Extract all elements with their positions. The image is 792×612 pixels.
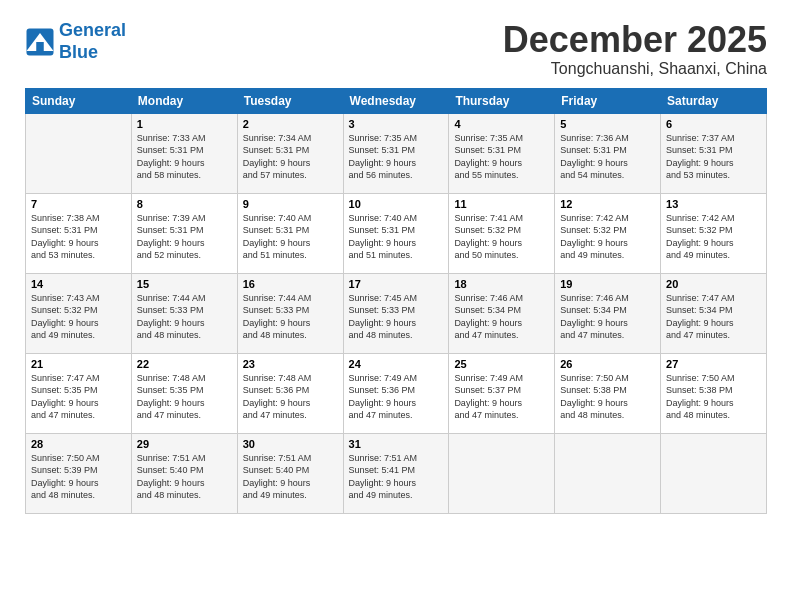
day-number: 20 [666, 278, 761, 290]
logo-text: General Blue [59, 20, 126, 63]
calendar-cell: 12Sunrise: 7:42 AM Sunset: 5:32 PM Dayli… [555, 193, 661, 273]
calendar-cell: 6Sunrise: 7:37 AM Sunset: 5:31 PM Daylig… [661, 113, 767, 193]
day-info: Sunrise: 7:47 AM Sunset: 5:34 PM Dayligh… [666, 292, 761, 342]
day-info: Sunrise: 7:51 AM Sunset: 5:40 PM Dayligh… [137, 452, 232, 502]
day-number: 5 [560, 118, 655, 130]
header: General Blue December 2025 Tongchuanshi,… [25, 20, 767, 78]
day-number: 11 [454, 198, 549, 210]
calendar-cell: 16Sunrise: 7:44 AM Sunset: 5:33 PM Dayli… [237, 273, 343, 353]
day-info: Sunrise: 7:35 AM Sunset: 5:31 PM Dayligh… [454, 132, 549, 182]
weekday-header-wednesday: Wednesday [343, 88, 449, 113]
day-number: 18 [454, 278, 549, 290]
calendar-cell: 20Sunrise: 7:47 AM Sunset: 5:34 PM Dayli… [661, 273, 767, 353]
day-number: 8 [137, 198, 232, 210]
calendar-cell: 21Sunrise: 7:47 AM Sunset: 5:35 PM Dayli… [26, 353, 132, 433]
day-number: 15 [137, 278, 232, 290]
page: General Blue December 2025 Tongchuanshi,… [0, 0, 792, 612]
location: Tongchuanshi, Shaanxi, China [503, 60, 767, 78]
calendar-cell: 11Sunrise: 7:41 AM Sunset: 5:32 PM Dayli… [449, 193, 555, 273]
calendar-cell: 4Sunrise: 7:35 AM Sunset: 5:31 PM Daylig… [449, 113, 555, 193]
day-info: Sunrise: 7:44 AM Sunset: 5:33 PM Dayligh… [137, 292, 232, 342]
day-info: Sunrise: 7:45 AM Sunset: 5:33 PM Dayligh… [349, 292, 444, 342]
svg-rect-2 [36, 42, 44, 51]
calendar-cell: 22Sunrise: 7:48 AM Sunset: 5:35 PM Dayli… [131, 353, 237, 433]
calendar-cell: 19Sunrise: 7:46 AM Sunset: 5:34 PM Dayli… [555, 273, 661, 353]
calendar-cell: 8Sunrise: 7:39 AM Sunset: 5:31 PM Daylig… [131, 193, 237, 273]
day-info: Sunrise: 7:42 AM Sunset: 5:32 PM Dayligh… [666, 212, 761, 262]
calendar-cell [661, 433, 767, 513]
day-number: 29 [137, 438, 232, 450]
day-number: 23 [243, 358, 338, 370]
day-info: Sunrise: 7:49 AM Sunset: 5:37 PM Dayligh… [454, 372, 549, 422]
day-number: 13 [666, 198, 761, 210]
weekday-header-tuesday: Tuesday [237, 88, 343, 113]
day-number: 28 [31, 438, 126, 450]
day-info: Sunrise: 7:50 AM Sunset: 5:38 PM Dayligh… [666, 372, 761, 422]
calendar-cell: 9Sunrise: 7:40 AM Sunset: 5:31 PM Daylig… [237, 193, 343, 273]
calendar-cell: 14Sunrise: 7:43 AM Sunset: 5:32 PM Dayli… [26, 273, 132, 353]
day-number: 10 [349, 198, 444, 210]
calendar-cell [26, 113, 132, 193]
calendar-cell: 27Sunrise: 7:50 AM Sunset: 5:38 PM Dayli… [661, 353, 767, 433]
logo-icon [25, 27, 55, 57]
day-number: 6 [666, 118, 761, 130]
logo-line1: General [59, 20, 126, 40]
day-number: 19 [560, 278, 655, 290]
calendar-cell: 30Sunrise: 7:51 AM Sunset: 5:40 PM Dayli… [237, 433, 343, 513]
day-info: Sunrise: 7:39 AM Sunset: 5:31 PM Dayligh… [137, 212, 232, 262]
day-number: 21 [31, 358, 126, 370]
day-info: Sunrise: 7:46 AM Sunset: 5:34 PM Dayligh… [560, 292, 655, 342]
day-info: Sunrise: 7:51 AM Sunset: 5:41 PM Dayligh… [349, 452, 444, 502]
day-number: 24 [349, 358, 444, 370]
day-number: 3 [349, 118, 444, 130]
calendar-cell: 18Sunrise: 7:46 AM Sunset: 5:34 PM Dayli… [449, 273, 555, 353]
calendar-cell: 23Sunrise: 7:48 AM Sunset: 5:36 PM Dayli… [237, 353, 343, 433]
calendar-cell: 26Sunrise: 7:50 AM Sunset: 5:38 PM Dayli… [555, 353, 661, 433]
calendar-cell: 2Sunrise: 7:34 AM Sunset: 5:31 PM Daylig… [237, 113, 343, 193]
day-number: 25 [454, 358, 549, 370]
calendar-cell: 31Sunrise: 7:51 AM Sunset: 5:41 PM Dayli… [343, 433, 449, 513]
day-info: Sunrise: 7:46 AM Sunset: 5:34 PM Dayligh… [454, 292, 549, 342]
calendar-cell: 7Sunrise: 7:38 AM Sunset: 5:31 PM Daylig… [26, 193, 132, 273]
day-info: Sunrise: 7:38 AM Sunset: 5:31 PM Dayligh… [31, 212, 126, 262]
day-number: 27 [666, 358, 761, 370]
day-info: Sunrise: 7:37 AM Sunset: 5:31 PM Dayligh… [666, 132, 761, 182]
calendar-cell: 28Sunrise: 7:50 AM Sunset: 5:39 PM Dayli… [26, 433, 132, 513]
day-number: 9 [243, 198, 338, 210]
day-info: Sunrise: 7:49 AM Sunset: 5:36 PM Dayligh… [349, 372, 444, 422]
calendar-cell: 1Sunrise: 7:33 AM Sunset: 5:31 PM Daylig… [131, 113, 237, 193]
day-number: 17 [349, 278, 444, 290]
day-info: Sunrise: 7:33 AM Sunset: 5:31 PM Dayligh… [137, 132, 232, 182]
day-number: 2 [243, 118, 338, 130]
day-info: Sunrise: 7:48 AM Sunset: 5:36 PM Dayligh… [243, 372, 338, 422]
day-number: 7 [31, 198, 126, 210]
day-info: Sunrise: 7:34 AM Sunset: 5:31 PM Dayligh… [243, 132, 338, 182]
calendar-cell: 13Sunrise: 7:42 AM Sunset: 5:32 PM Dayli… [661, 193, 767, 273]
day-info: Sunrise: 7:48 AM Sunset: 5:35 PM Dayligh… [137, 372, 232, 422]
logo: General Blue [25, 20, 126, 63]
day-info: Sunrise: 7:42 AM Sunset: 5:32 PM Dayligh… [560, 212, 655, 262]
day-number: 12 [560, 198, 655, 210]
day-info: Sunrise: 7:50 AM Sunset: 5:38 PM Dayligh… [560, 372, 655, 422]
weekday-header-saturday: Saturday [661, 88, 767, 113]
logo-line2: Blue [59, 42, 98, 62]
day-number: 31 [349, 438, 444, 450]
day-info: Sunrise: 7:35 AM Sunset: 5:31 PM Dayligh… [349, 132, 444, 182]
calendar-cell [555, 433, 661, 513]
calendar-cell: 24Sunrise: 7:49 AM Sunset: 5:36 PM Dayli… [343, 353, 449, 433]
day-info: Sunrise: 7:41 AM Sunset: 5:32 PM Dayligh… [454, 212, 549, 262]
calendar-cell [449, 433, 555, 513]
day-info: Sunrise: 7:43 AM Sunset: 5:32 PM Dayligh… [31, 292, 126, 342]
day-number: 14 [31, 278, 126, 290]
calendar-cell: 10Sunrise: 7:40 AM Sunset: 5:31 PM Dayli… [343, 193, 449, 273]
day-info: Sunrise: 7:44 AM Sunset: 5:33 PM Dayligh… [243, 292, 338, 342]
calendar-cell: 25Sunrise: 7:49 AM Sunset: 5:37 PM Dayli… [449, 353, 555, 433]
day-info: Sunrise: 7:40 AM Sunset: 5:31 PM Dayligh… [349, 212, 444, 262]
weekday-header-thursday: Thursday [449, 88, 555, 113]
calendar-cell: 5Sunrise: 7:36 AM Sunset: 5:31 PM Daylig… [555, 113, 661, 193]
day-info: Sunrise: 7:50 AM Sunset: 5:39 PM Dayligh… [31, 452, 126, 502]
weekday-header-sunday: Sunday [26, 88, 132, 113]
day-number: 16 [243, 278, 338, 290]
day-number: 1 [137, 118, 232, 130]
month-title: December 2025 [503, 20, 767, 60]
